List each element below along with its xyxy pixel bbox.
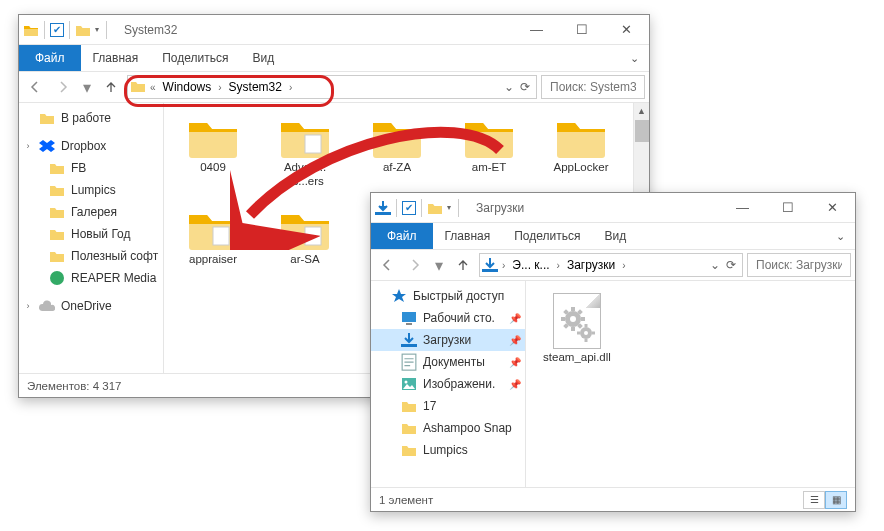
sidebar-item[interactable]: Lumpics bbox=[371, 439, 525, 461]
close-button[interactable]: ✕ bbox=[810, 193, 855, 223]
file-item-dll[interactable]: steam_api.dll bbox=[532, 291, 622, 367]
folder-item[interactable]: Advan... ns...ers bbox=[262, 113, 348, 191]
tab-file[interactable]: Файл bbox=[371, 223, 433, 249]
folder-icon bbox=[49, 248, 65, 264]
folder-icon bbox=[401, 442, 417, 458]
search-box[interactable] bbox=[747, 253, 851, 277]
close-button[interactable]: ✕ bbox=[604, 15, 649, 45]
scroll-up-icon[interactable]: ▲ bbox=[634, 103, 649, 119]
titlebar: ▾ Загрузки — ☐ ✕ bbox=[371, 193, 855, 223]
sidebar-item[interactable]: Lumpics bbox=[19, 179, 163, 201]
svg-rect-2 bbox=[213, 227, 229, 245]
breadcrumb-segment[interactable]: Загрузки bbox=[564, 258, 618, 272]
breadcrumb-segment[interactable]: Windows bbox=[160, 80, 215, 94]
chevron-right-icon[interactable]: › bbox=[216, 82, 223, 93]
search-box[interactable] bbox=[541, 75, 645, 99]
sidebar-item[interactable]: Галерея bbox=[19, 201, 163, 223]
qat-folder-icon[interactable] bbox=[75, 23, 91, 37]
sidebar-item[interactable]: Изображени.📌 bbox=[371, 373, 525, 395]
chevron-right-icon[interactable]: › bbox=[555, 260, 562, 271]
sidebar-item[interactable]: Рабочий сто.📌 bbox=[371, 307, 525, 329]
folder-item[interactable]: 0409 bbox=[170, 113, 256, 191]
nav-forward-button[interactable] bbox=[403, 253, 427, 277]
nav-forward-button[interactable] bbox=[51, 75, 75, 99]
view-icons-button[interactable]: ▦ bbox=[825, 491, 847, 509]
view-details-button[interactable]: ☰ bbox=[803, 491, 825, 509]
chevron-right-icon[interactable]: › bbox=[620, 260, 627, 271]
refresh-icon[interactable]: ⟳ bbox=[726, 258, 736, 272]
nav-back-button[interactable] bbox=[375, 253, 399, 277]
chevron-right-icon[interactable]: › bbox=[500, 260, 507, 271]
breadcrumb-segment[interactable]: System32 bbox=[226, 80, 285, 94]
addr-dropdown-icon[interactable]: ⌄ bbox=[710, 258, 720, 272]
scroll-thumb[interactable] bbox=[635, 120, 649, 142]
chevron-right-icon[interactable]: › bbox=[287, 82, 294, 93]
sidebar-item[interactable]: Полезный софт bbox=[19, 245, 163, 267]
qat-dropdown-icon[interactable]: ▾ bbox=[93, 25, 101, 34]
search-input[interactable] bbox=[754, 257, 844, 273]
ribbon-tabs: Файл Главная Поделиться Вид ⌄ bbox=[19, 45, 649, 71]
folder-icon bbox=[279, 207, 331, 251]
address-bar[interactable]: « Windows › System32 › ⌄ ⟳ bbox=[127, 75, 537, 99]
search-input[interactable] bbox=[548, 79, 638, 95]
nav-recent-icon[interactable]: ▾ bbox=[79, 75, 95, 99]
nav-up-button[interactable] bbox=[451, 253, 475, 277]
folder-item[interactable]: af-ZA bbox=[354, 113, 440, 191]
tab-share[interactable]: Поделиться bbox=[502, 223, 592, 249]
folder-icon bbox=[49, 182, 65, 198]
addr-dropdown-icon[interactable]: ⌄ bbox=[504, 80, 514, 94]
folder-item[interactable]: am-ET bbox=[446, 113, 532, 191]
tab-view[interactable]: Вид bbox=[240, 45, 286, 71]
folder-icon bbox=[463, 115, 515, 159]
sidebar-item[interactable]: В работе bbox=[19, 107, 163, 129]
nav-sidebar: Быстрый доступ Рабочий сто.📌 Загрузки📌 Д… bbox=[371, 281, 526, 487]
qat-check-icon[interactable] bbox=[402, 201, 416, 215]
sidebar-item[interactable]: 17 bbox=[371, 395, 525, 417]
folder-item[interactable]: ar-SA bbox=[262, 205, 348, 269]
ribbon-expand-icon[interactable]: ⌄ bbox=[826, 230, 855, 243]
tab-home[interactable]: Главная bbox=[433, 223, 503, 249]
qat-folder-icon[interactable] bbox=[427, 201, 443, 215]
tab-file[interactable]: Файл bbox=[19, 45, 81, 71]
nav-back-button[interactable] bbox=[23, 75, 47, 99]
sidebar-item-downloads[interactable]: Загрузки📌 bbox=[371, 329, 525, 351]
sidebar-item[interactable]: REAPER Media bbox=[19, 267, 163, 289]
tab-share[interactable]: Поделиться bbox=[150, 45, 240, 71]
tab-home[interactable]: Главная bbox=[81, 45, 151, 71]
pin-icon: 📌 bbox=[509, 357, 521, 368]
dropbox-icon bbox=[39, 138, 55, 154]
sidebar-item[interactable]: Документы📌 bbox=[371, 351, 525, 373]
qat-dropdown-icon[interactable]: ▾ bbox=[445, 203, 453, 212]
sidebar-item-onedrive[interactable]: ›OneDrive bbox=[19, 295, 163, 317]
address-bar[interactable]: › Э... к... › Загрузки › ⌄ ⟳ bbox=[479, 253, 743, 277]
maximize-button[interactable]: ☐ bbox=[559, 15, 604, 45]
quick-access-toolbar: ▾ bbox=[371, 199, 466, 217]
nav-up-button[interactable] bbox=[99, 75, 123, 99]
explorer-window-downloads: ▾ Загрузки — ☐ ✕ Файл Главная Поделиться… bbox=[370, 192, 856, 512]
nav-recent-icon[interactable]: ▾ bbox=[431, 253, 447, 277]
svg-point-11 bbox=[405, 381, 408, 384]
breadcrumb-segment[interactable]: Э... к... bbox=[509, 258, 552, 272]
folder-item[interactable]: appraiser bbox=[170, 205, 256, 269]
sidebar-item[interactable]: Новый Год bbox=[19, 223, 163, 245]
sidebar-item[interactable]: FB bbox=[19, 157, 163, 179]
sidebar-item-dropbox[interactable]: ›Dropbox bbox=[19, 135, 163, 157]
addr-overflow-icon[interactable]: « bbox=[148, 82, 158, 93]
svg-rect-6 bbox=[402, 312, 416, 322]
svg-rect-17 bbox=[581, 317, 585, 321]
ribbon-expand-icon[interactable]: ⌄ bbox=[620, 52, 649, 65]
qat-check-icon[interactable] bbox=[50, 23, 64, 37]
refresh-icon[interactable]: ⟳ bbox=[520, 80, 530, 94]
folder-item[interactable]: AppLocker bbox=[538, 113, 624, 191]
minimize-button[interactable]: — bbox=[720, 193, 765, 223]
sidebar-item[interactable]: Ashampoo Snap bbox=[371, 417, 525, 439]
minimize-button[interactable]: — bbox=[514, 15, 559, 45]
pin-icon: 📌 bbox=[509, 313, 521, 324]
downloads-icon bbox=[482, 257, 498, 273]
nav-sidebar: В работе ›Dropbox FB Lumpics Галерея Нов… bbox=[19, 103, 164, 373]
maximize-button[interactable]: ☐ bbox=[765, 193, 810, 223]
sidebar-item-quickaccess[interactable]: Быстрый доступ bbox=[371, 285, 525, 307]
tab-view[interactable]: Вид bbox=[592, 223, 638, 249]
pin-icon: 📌 bbox=[509, 335, 521, 346]
file-pane[interactable]: steam_api.dll bbox=[526, 281, 855, 487]
